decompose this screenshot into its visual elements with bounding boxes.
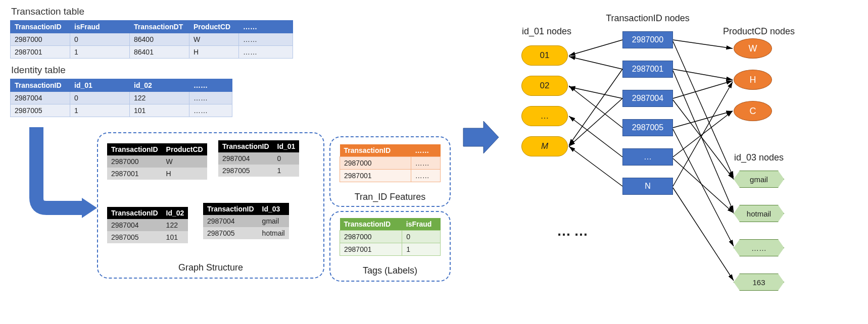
id03-subtable: TransactionIDId_03 2987004gmail 2987005h… <box>203 203 289 239</box>
prod-node: H <box>734 70 772 90</box>
identity-table: TransactionID id_01 id_02 …… 29870040122… <box>10 79 232 117</box>
svg-line-4 <box>569 116 622 157</box>
svg-line-8 <box>673 40 733 48</box>
col-header: TransactionDT <box>130 21 189 33</box>
id03-node: …… <box>734 239 784 256</box>
txn-node: 2987001 <box>622 61 673 78</box>
svg-line-2 <box>569 87 622 98</box>
table-row: 2987000086400W…… <box>11 33 293 46</box>
identity-table-title: Identity table <box>11 65 66 76</box>
id02-subtable: TransactionIDId_02 2987004122 2987005101 <box>107 207 188 243</box>
svg-line-16 <box>673 100 734 179</box>
id03-node: gmail <box>734 171 784 188</box>
txn-node: 2987000 <box>622 31 673 48</box>
id01-node: … <box>521 106 568 126</box>
id03-node: hotmail <box>734 205 784 222</box>
prod-nodes-label: ProductCD nodes <box>713 26 804 37</box>
svg-line-5 <box>569 146 622 186</box>
svg-line-12 <box>673 111 733 157</box>
id01-subtable: TransactionIDId_01 29870040 29870051 <box>218 140 299 177</box>
txn-node: N <box>622 178 673 195</box>
svg-line-9 <box>673 69 733 80</box>
svg-line-0 <box>569 40 622 56</box>
tags-table: TransactionIDisFraud 29870000 29870011 <box>340 218 441 256</box>
svg-line-3 <box>569 86 622 128</box>
prod-node: W <box>734 38 772 59</box>
features-table: TransactionID…… 2987000…… 2987001…… <box>340 144 441 182</box>
transaction-table-title: Transaction table <box>11 6 84 17</box>
id01-node: 01 <box>521 45 568 66</box>
svg-line-18 <box>673 158 734 213</box>
svg-line-19 <box>673 188 734 281</box>
svg-line-15 <box>673 71 734 212</box>
l-arrow-icon <box>16 122 97 233</box>
col-header: isFraud <box>70 21 130 33</box>
col-header: TransactionID <box>11 21 70 33</box>
txn-node: 2987005 <box>622 119 673 136</box>
right-arrow-icon <box>461 117 501 157</box>
table-row: 29870051101…… <box>11 104 232 117</box>
tags-caption: Tags (Labels) <box>329 265 451 276</box>
table-row: 2987001186401H…… <box>11 46 293 59</box>
transaction-table: TransactionID isFraud TransactionDT Prod… <box>10 20 293 59</box>
svg-line-10 <box>673 81 733 98</box>
txn-node: … <box>622 148 673 166</box>
id03-node: 163 <box>734 274 784 291</box>
ellipsis-dots: …… <box>557 223 591 239</box>
table-row: 29870040122…… <box>11 92 232 104</box>
col-header: TransactionID <box>11 79 70 92</box>
col-header: …… <box>189 79 232 92</box>
graph-structure-caption: Graph Structure <box>97 262 324 273</box>
svg-line-7 <box>569 69 622 145</box>
id01-node: 02 <box>521 76 568 96</box>
prod-node: C <box>734 101 772 121</box>
svg-line-1 <box>569 57 622 69</box>
svg-line-17 <box>673 129 734 246</box>
features-caption: Tran_ID Features <box>329 192 451 202</box>
svg-line-11 <box>673 111 733 128</box>
id01-nodes-label: id_01 nodes <box>511 26 582 37</box>
id03-nodes-label: id_03 nodes <box>713 152 804 163</box>
col-header: id_02 <box>130 79 189 92</box>
txn-node: 2987004 <box>622 90 673 107</box>
col-header: id_01 <box>70 79 130 92</box>
id01-node: M <box>521 136 568 156</box>
txn-nodes-label: TransactionID nodes <box>592 13 703 24</box>
svg-line-13 <box>673 82 733 186</box>
svg-line-6 <box>569 98 622 146</box>
product-subtable: TransactionIDProductCD 2987000W 2987001H <box>107 143 207 180</box>
col-header: …… <box>239 21 293 33</box>
col-header: ProductCD <box>189 21 239 33</box>
